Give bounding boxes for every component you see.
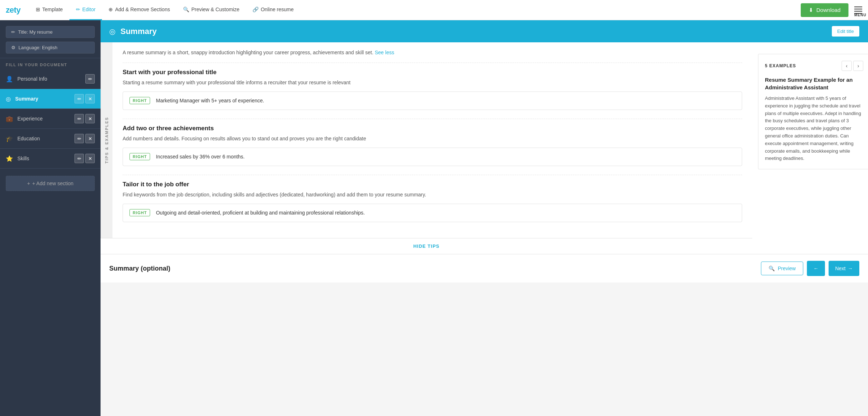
- language-button[interactable]: ⚙ Language: English: [6, 42, 95, 54]
- skills-icon: ⭐: [6, 155, 13, 162]
- tips-divider-1: [123, 63, 742, 63]
- language-label: Language: English: [18, 45, 58, 50]
- tip-example-text-1: Marketing Manager with 5+ years of exper…: [156, 97, 264, 105]
- nav-template[interactable]: ⊞ Template: [29, 0, 69, 20]
- right-badge-1: RIGHT: [129, 97, 150, 104]
- examples-next-button[interactable]: ›: [853, 61, 863, 71]
- preview-label: Preview: [778, 266, 796, 271]
- tips-main-row: TIPS & EXAMPLES A resume summary is a sh…: [101, 42, 752, 238]
- tip-example-text-3: Outgoing and detail-oriented, proficient…: [156, 209, 365, 217]
- tip-desc-3: Find keywords from the job description, …: [123, 191, 742, 199]
- editor-icon: ✏: [76, 7, 80, 12]
- add-section-label: + Add new section: [32, 181, 73, 186]
- briefcase-icon: 💼: [6, 115, 13, 122]
- plus-icon: +: [27, 181, 30, 186]
- see-less-link[interactable]: See less: [375, 50, 394, 55]
- tip-desc-2: Add numbers and details. Focusing on res…: [123, 135, 742, 143]
- menu-label: MENU: [854, 13, 862, 14]
- nav-online-resume[interactable]: 🔗 Online resume: [246, 0, 300, 20]
- tips-right: 5 EXAMPLES ‹ › Resume Summary Example fo…: [752, 42, 868, 254]
- personal-info-actions: ✏: [85, 74, 95, 84]
- edit-title-button[interactable]: Edit title: [832, 26, 859, 37]
- add-section-button[interactable]: + + Add new section: [6, 176, 95, 191]
- menu-line-2: [854, 9, 862, 9]
- tips-divider-3: [123, 175, 742, 175]
- experience-edit-btn[interactable]: ✏: [75, 114, 84, 123]
- experience-actions: ✏ ✕: [75, 114, 95, 123]
- fill-label: FILL IN YOUR DOCUMENT: [0, 58, 101, 69]
- tips-divider-2: [123, 119, 742, 119]
- menu-line-1: [854, 7, 862, 7]
- intro-text: A resume summary is a short, snappy intr…: [123, 50, 373, 55]
- nav-template-label: Template: [42, 7, 63, 12]
- sidebar-item-summary[interactable]: ◎ Summary ✏ ✕: [0, 89, 101, 109]
- sidebar-item-personal-info[interactable]: 👤 Personal Info ✏: [0, 69, 101, 89]
- tips-left: TIPS & EXAMPLES A resume summary is a sh…: [101, 42, 752, 254]
- personal-info-label: Personal Info: [17, 76, 81, 82]
- tips-examples-row: TIPS & EXAMPLES A resume summary is a sh…: [101, 42, 868, 254]
- summary-delete-btn[interactable]: ✕: [85, 94, 95, 103]
- personal-info-edit-btn[interactable]: ✏: [85, 74, 95, 84]
- tip-block-3: Tailor it to the job offer Find keywords…: [123, 181, 742, 222]
- section-header-icon: ◎: [109, 27, 115, 36]
- nav-preview-customize-label: Preview & Customize: [191, 7, 239, 12]
- menu-button[interactable]: MENU: [854, 7, 862, 14]
- section-header: ◎ Summary Edit title: [101, 20, 868, 42]
- sidebar-item-education[interactable]: 🎓 Education ✏ ✕: [0, 129, 101, 149]
- sidebar: ✏ Title: My resume ⚙ Language: English F…: [0, 20, 101, 416]
- nav-add-remove[interactable]: ⊕ Add & Remove Sections: [102, 0, 176, 20]
- download-label: Download: [816, 7, 841, 13]
- nav-editor-label: Editor: [82, 7, 96, 12]
- examples-panel: 5 EXAMPLES ‹ › Resume Summary Example fo…: [758, 54, 868, 169]
- examples-prev-button[interactable]: ‹: [842, 61, 852, 71]
- summary-optional-actions: 🔍 Preview ← Next →: [761, 261, 859, 276]
- title-button[interactable]: ✏ Title: My resume: [6, 26, 95, 38]
- tips-rotated-label: TIPS & EXAMPLES: [101, 42, 112, 238]
- section-header-title: Summary: [120, 27, 827, 36]
- nav-editor[interactable]: ✏ Editor: [69, 0, 102, 20]
- summary-actions: ✏ ✕: [75, 94, 95, 103]
- hide-tips-bar[interactable]: HIDE TIPS: [101, 238, 752, 254]
- content-inner: ◎ Summary Edit title TIPS & EXAMPLES A r…: [101, 20, 868, 283]
- next-button[interactable]: Next →: [829, 261, 859, 276]
- sidebar-nav: 👤 Personal Info ✏ ◎ Summary ✏ ✕ 💼 Experi…: [0, 69, 101, 169]
- back-button[interactable]: ←: [807, 261, 825, 276]
- right-badge-2: RIGHT: [129, 153, 150, 160]
- globe-icon: ⚙: [11, 45, 16, 50]
- skills-actions: ✏ ✕: [75, 154, 95, 163]
- preview-icon: 🔍: [769, 266, 775, 271]
- nav-add-remove-label: Add & Remove Sections: [115, 7, 170, 12]
- experience-label: Experience: [17, 116, 70, 122]
- pencil-icon: ✏: [11, 29, 15, 35]
- skills-delete-btn[interactable]: ✕: [85, 154, 95, 163]
- education-delete-btn[interactable]: ✕: [85, 134, 95, 143]
- summary-optional-title: Summary (optional): [109, 265, 170, 272]
- tip-title-3: Tailor it to the job offer: [123, 181, 742, 188]
- tip-example-1: RIGHT Marketing Manager with 5+ years of…: [123, 92, 742, 110]
- summary-icon: ◎: [6, 95, 11, 102]
- education-icon: 🎓: [6, 135, 13, 142]
- nav-preview-customize[interactable]: 🔍 Preview & Customize: [176, 0, 246, 20]
- tip-desc-1: Starting a resume summary with your prof…: [123, 79, 742, 86]
- education-actions: ✏ ✕: [75, 134, 95, 143]
- examples-count: 5 EXAMPLES: [765, 63, 796, 68]
- examples-nav: ‹ ›: [842, 61, 863, 71]
- download-button[interactable]: ⬇ Download: [801, 3, 848, 17]
- template-icon: ⊞: [36, 7, 40, 12]
- back-icon: ←: [813, 266, 818, 271]
- experience-delete-btn[interactable]: ✕: [85, 114, 95, 123]
- skills-edit-btn[interactable]: ✏: [75, 154, 84, 163]
- link-icon: 🔗: [252, 7, 259, 12]
- nav-right: ⬇ Download MENU: [801, 3, 862, 17]
- preview-button[interactable]: 🔍 Preview: [761, 262, 803, 275]
- preview-customize-icon: 🔍: [183, 7, 189, 12]
- sidebar-item-skills[interactable]: ⭐ Skills ✏ ✕: [0, 149, 101, 169]
- nav-online-resume-label: Online resume: [261, 7, 294, 12]
- sidebar-top: ✏ Title: My resume ⚙ Language: English: [0, 20, 101, 56]
- menu-line-3: [854, 11, 862, 12]
- tip-example-2: RIGHT Increased sales by 36% over 6 mont…: [123, 148, 742, 166]
- education-edit-btn[interactable]: ✏: [75, 134, 84, 143]
- summary-edit-btn[interactable]: ✏: [75, 94, 84, 103]
- main-layout: ✏ Title: My resume ⚙ Language: English F…: [0, 20, 868, 416]
- sidebar-item-experience[interactable]: 💼 Experience ✏ ✕: [0, 109, 101, 129]
